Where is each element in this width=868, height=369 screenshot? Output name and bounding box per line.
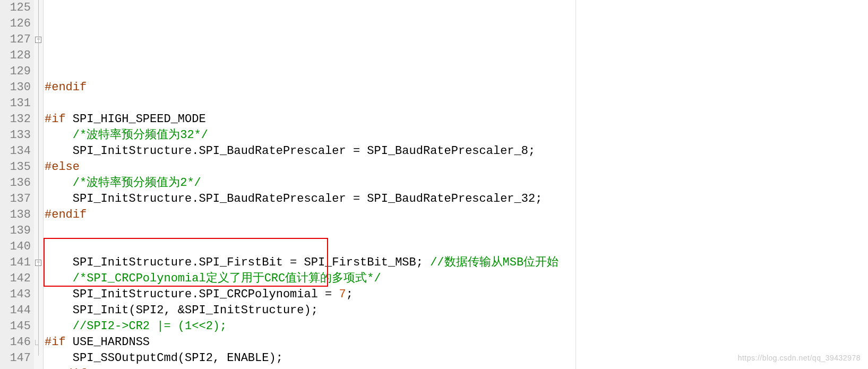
code-token: ; bbox=[346, 288, 353, 301]
code-line[interactable] bbox=[45, 96, 868, 111]
code-token: /*波特率预分频值为2*/ bbox=[73, 176, 201, 190]
code-token: SPI_Init bbox=[45, 304, 128, 317]
code-token: USE_HARDNSS bbox=[66, 336, 150, 349]
line-number: 125 bbox=[0, 0, 31, 16]
code-token: #endif bbox=[45, 208, 87, 221]
line-number: 129 bbox=[0, 64, 31, 80]
code-token: = bbox=[290, 256, 304, 269]
code-token: ); bbox=[304, 304, 318, 317]
line-number: 126 bbox=[0, 16, 31, 32]
code-token: SPI_BaudRatePrescaler_32 bbox=[367, 192, 535, 205]
code-token: . bbox=[192, 144, 199, 158]
code-area[interactable]: #endif#if SPI_HIGH_SPEED_MODE /*波特率预分频值为… bbox=[44, 0, 868, 369]
code-line[interactable]: /*SPI_CRCPolynomial定义了用于CRC值计算的多项式*/ bbox=[45, 271, 868, 287]
code-line[interactable]: #endif bbox=[45, 207, 868, 223]
code-token: SPI_FirstBit bbox=[199, 256, 290, 269]
line-number: 140 bbox=[0, 239, 31, 255]
line-number: 139 bbox=[0, 223, 31, 239]
code-token: SPI_HIGH_SPEED_MODE bbox=[66, 113, 206, 126]
code-token: SPI_FirstBit_MSB bbox=[304, 256, 416, 269]
line-number: 128 bbox=[0, 48, 31, 64]
watermark-text: https://blog.csdn.net/qq_39432978 bbox=[738, 350, 861, 366]
code-line[interactable]: #if USE_HARDNSS bbox=[45, 334, 868, 350]
code-line[interactable]: #if SPI_HIGH_SPEED_MODE bbox=[45, 111, 868, 127]
code-token: SPI_InitStructure bbox=[185, 304, 304, 317]
code-token: ( bbox=[178, 351, 185, 365]
code-line[interactable]: /*波特率预分频值为32*/ bbox=[45, 127, 868, 143]
code-token: ; bbox=[528, 144, 535, 158]
code-token bbox=[45, 320, 73, 333]
code-line[interactable]: #endif bbox=[45, 80, 868, 96]
code-line[interactable] bbox=[45, 223, 868, 239]
line-number: 130 bbox=[0, 80, 31, 96]
line-number: 127 bbox=[0, 32, 31, 48]
code-line[interactable] bbox=[45, 239, 868, 255]
code-token: /*波特率预分频值为32*/ bbox=[73, 128, 208, 142]
line-number: 133 bbox=[0, 127, 31, 143]
code-token: #else bbox=[45, 160, 80, 174]
line-number: 142 bbox=[0, 271, 31, 287]
code-token: SPI_InitStructure bbox=[45, 192, 192, 205]
code-token: ENABLE bbox=[227, 351, 269, 365]
code-line[interactable]: /*波特率预分频值为2*/ bbox=[45, 175, 868, 191]
line-number: 146 bbox=[0, 334, 31, 350]
line-number: 144 bbox=[0, 303, 31, 319]
column-ruler bbox=[575, 0, 576, 369]
line-number: 141 bbox=[0, 255, 31, 271]
line-number: 145 bbox=[0, 319, 31, 334]
line-number: 136 bbox=[0, 175, 31, 191]
code-token: SPI_CRCPolynomial bbox=[199, 288, 325, 301]
code-line[interactable]: SPI_InitStructure.SPI_CRCPolynomial = 7; bbox=[45, 287, 868, 303]
code-token: SPI2 bbox=[185, 351, 213, 365]
code-line[interactable]: SPI_InitStructure.SPI_BaudRatePrescaler … bbox=[45, 191, 868, 207]
code-line[interactable]: SPI_InitStructure.SPI_BaudRatePrescaler … bbox=[45, 143, 868, 159]
line-number: 134 bbox=[0, 143, 31, 159]
code-token: /*SPI_CRCPolynomial定义了用于CRC值计算的多项式*/ bbox=[73, 272, 381, 285]
line-number: 135 bbox=[0, 159, 31, 175]
code-line[interactable]: //SPI2->CR2 |= (1<<2); bbox=[45, 319, 868, 334]
code-token bbox=[45, 272, 73, 285]
code-token: SPI_InitStructure bbox=[45, 144, 192, 158]
code-editor[interactable]: 1251261271281291301311321331341351361371… bbox=[0, 0, 868, 369]
line-number: 132 bbox=[0, 111, 31, 127]
fold-column[interactable]: −− bbox=[34, 0, 44, 369]
line-number: 143 bbox=[0, 287, 31, 303]
code-token: , bbox=[213, 351, 227, 365]
code-token bbox=[45, 176, 73, 190]
code-token: . bbox=[192, 256, 199, 269]
code-token: SPI_InitStructure bbox=[45, 256, 192, 269]
code-token: 7 bbox=[339, 288, 346, 301]
code-token: SPI_BaudRatePrescaler bbox=[199, 144, 353, 158]
code-token: ; bbox=[416, 256, 430, 269]
line-number-gutter: 1251261271281291301311321331341351361371… bbox=[0, 0, 34, 369]
code-token: = bbox=[325, 288, 339, 301]
code-token bbox=[45, 128, 73, 142]
code-token: = bbox=[353, 144, 367, 158]
code-token: . bbox=[192, 192, 199, 205]
code-token: #if bbox=[45, 113, 66, 126]
line-number: 138 bbox=[0, 207, 31, 223]
code-token: SPI_BaudRatePrescaler_8 bbox=[367, 144, 528, 158]
line-number: 131 bbox=[0, 96, 31, 111]
line-number: 147 bbox=[0, 350, 31, 366]
code-token: ); bbox=[269, 351, 282, 365]
code-token: //SPI2->CR2 |= (1<<2); bbox=[73, 320, 227, 333]
code-token: SPI_SSOutputCmd bbox=[45, 351, 178, 365]
code-token: = bbox=[353, 192, 367, 205]
code-token: ; bbox=[535, 192, 542, 205]
code-token: #endif bbox=[45, 81, 87, 94]
line-number: 137 bbox=[0, 191, 31, 207]
code-token: #if bbox=[45, 336, 66, 349]
code-line[interactable]: SPI_InitStructure.SPI_FirstBit = SPI_Fir… bbox=[45, 255, 868, 271]
code-token: SPI2 bbox=[136, 304, 164, 317]
code-token: SPI_BaudRatePrescaler bbox=[199, 192, 353, 205]
code-line[interactable]: #else bbox=[45, 159, 868, 175]
code-token: //数据传输从MSB位开始 bbox=[430, 256, 558, 269]
code-line[interactable]: #endif bbox=[45, 366, 868, 369]
code-token: . bbox=[192, 288, 199, 301]
code-token: ( bbox=[128, 304, 135, 317]
code-token: SPI_InitStructure bbox=[45, 288, 192, 301]
code-token: , & bbox=[164, 304, 185, 317]
code-line[interactable]: SPI_Init(SPI2, &SPI_InitStructure); bbox=[45, 303, 868, 319]
